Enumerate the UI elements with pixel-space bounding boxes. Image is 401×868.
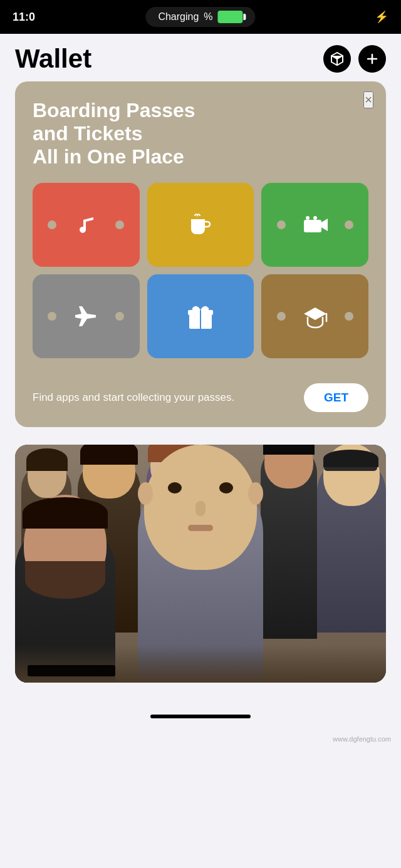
education-icon xyxy=(261,274,368,358)
page-title: Wallet xyxy=(15,44,91,74)
photo-card xyxy=(15,445,386,683)
movie-ticket-icon xyxy=(261,183,368,267)
add-button[interactable] xyxy=(358,45,386,73)
header: Wallet xyxy=(0,34,401,81)
movie-camera-icon xyxy=(301,211,329,239)
svg-point-2 xyxy=(313,216,317,220)
main-eyes-row xyxy=(150,482,251,495)
censor-bar xyxy=(28,665,115,676)
gift-box-icon xyxy=(185,301,216,331)
home-indicator xyxy=(150,715,251,718)
bottom-fade xyxy=(15,645,386,683)
photo-scene xyxy=(15,445,386,683)
hair-back-2 xyxy=(80,445,138,465)
main-content: × Boarding Passesand TicketsAll in One P… xyxy=(0,81,401,683)
main-mouth xyxy=(188,525,213,531)
coffee-cup-icon xyxy=(186,210,215,239)
status-right: ⚡ xyxy=(375,10,388,24)
ticket-notch-right-edu xyxy=(345,312,353,321)
music-ticket-icon xyxy=(33,183,140,267)
svg-rect-0 xyxy=(304,220,321,232)
status-bar: 11:0 Charging % ⚡ xyxy=(0,0,401,34)
gift-icon xyxy=(147,274,254,358)
promo-title: Boarding Passesand TicketsAll in One Pla… xyxy=(33,99,368,168)
hair-back-right-tall xyxy=(263,445,315,455)
bearded-hair xyxy=(23,497,108,529)
ticket-notch-left-plane xyxy=(48,312,56,321)
plane-ticket-icon xyxy=(33,274,140,358)
ticket-notch-right xyxy=(115,220,124,229)
ticket-notch-right-movie xyxy=(345,220,353,229)
get-button[interactable]: GET xyxy=(304,383,368,412)
icons-grid xyxy=(33,183,368,366)
beard xyxy=(25,561,105,599)
bolt-icon: ⚡ xyxy=(375,10,388,24)
plus-icon xyxy=(365,51,380,66)
promo-footer: Find apps and start collecting your pass… xyxy=(33,383,368,412)
ticket-notch-left-movie xyxy=(277,220,286,229)
scan-icon xyxy=(330,51,345,66)
battery-percent: % xyxy=(204,11,212,23)
graduation-cap-icon xyxy=(301,302,329,330)
hair-far-right xyxy=(323,450,378,467)
hair-back-left xyxy=(26,448,68,471)
promo-description: Find apps and start collecting your pass… xyxy=(33,390,294,405)
promo-card: × Boarding Passesand TicketsAll in One P… xyxy=(15,81,386,427)
time-display: 11:0 xyxy=(13,11,35,24)
coffee-icon xyxy=(147,183,254,267)
main-eye-left xyxy=(168,482,182,493)
battery-icon xyxy=(218,11,243,23)
scan-button[interactable] xyxy=(323,45,351,73)
ticket-notch-right-plane xyxy=(115,312,124,321)
svg-point-1 xyxy=(306,216,310,220)
charging-text: Charging xyxy=(158,11,199,23)
close-button[interactable]: × xyxy=(363,91,373,108)
header-actions xyxy=(323,45,386,73)
music-note-icon xyxy=(73,212,98,237)
charging-pill: Charging % xyxy=(145,7,255,27)
ticket-notch-left xyxy=(48,220,56,229)
main-nose xyxy=(195,501,206,516)
home-indicator-area xyxy=(0,698,401,735)
main-eye-right xyxy=(219,482,233,493)
watermark: www.dgfengtu.com xyxy=(0,735,401,748)
plane-icon xyxy=(73,304,98,329)
ticket-notch-left-edu xyxy=(277,312,286,321)
